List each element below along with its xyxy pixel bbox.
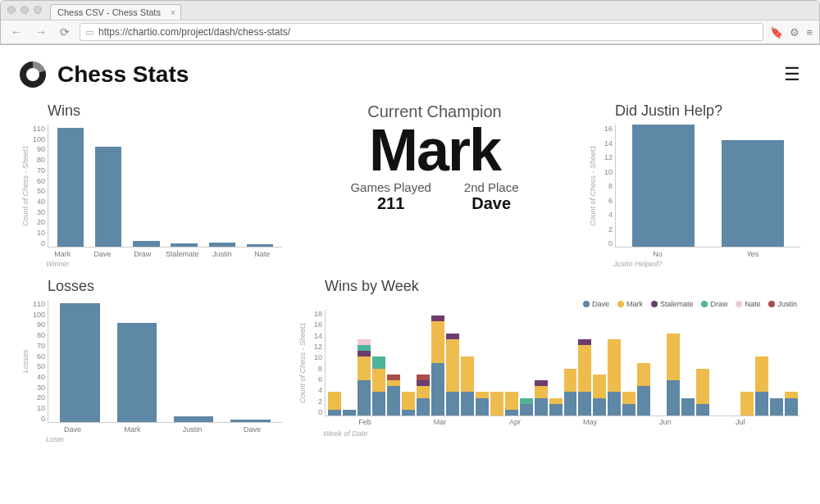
bar bbox=[174, 416, 213, 422]
stacked-bar bbox=[666, 310, 681, 415]
bar-segment bbox=[431, 321, 444, 362]
page-icon: ▭ bbox=[85, 27, 93, 38]
stacked-bar bbox=[725, 310, 740, 415]
bar-segment bbox=[549, 404, 563, 415]
bar-segment bbox=[637, 386, 650, 415]
window-close-button[interactable] bbox=[7, 6, 16, 14]
stacked-bar bbox=[534, 310, 549, 415]
legend: DaveMarkStalemateDrawNateJustin bbox=[297, 300, 800, 308]
legend-swatch bbox=[617, 301, 624, 307]
tab-bar: Chess CSV - Chess Stats × bbox=[1, 4, 819, 20]
settings-icon[interactable]: ⚙ bbox=[790, 26, 800, 39]
bar-segment bbox=[535, 380, 548, 386]
games-played-value: 211 bbox=[350, 194, 430, 213]
stacked-bar bbox=[651, 310, 666, 415]
tab-title: Chess CSV - Chess Stats bbox=[57, 7, 161, 17]
bar-segment bbox=[417, 380, 430, 386]
bar bbox=[133, 241, 159, 247]
reload-button[interactable]: ⟳ bbox=[57, 25, 73, 39]
legend-swatch bbox=[651, 301, 658, 307]
window-minimize-button[interactable] bbox=[20, 6, 29, 14]
y-axis-label: Losses bbox=[20, 300, 31, 423]
page-content: Chess Stats ☰ Wins Count of Chess - Shee… bbox=[0, 45, 820, 504]
browser-tab[interactable]: Chess CSV - Chess Stats × bbox=[50, 4, 181, 20]
legend-label: Dave bbox=[592, 300, 609, 308]
bar-segment bbox=[402, 392, 415, 410]
second-place-label: 2nd Place bbox=[464, 180, 519, 194]
stacked-bar bbox=[549, 310, 563, 415]
x-ticks: NoYes bbox=[587, 247, 800, 258]
bar bbox=[57, 128, 84, 247]
bar-segment bbox=[696, 404, 709, 415]
bar-segment bbox=[358, 356, 371, 380]
stacked-bar bbox=[563, 310, 578, 415]
bar-segment bbox=[667, 380, 680, 415]
stacked-bar bbox=[636, 310, 651, 415]
bar-segment bbox=[387, 375, 400, 380]
stacked-bar bbox=[386, 310, 401, 415]
legend-label: Nate bbox=[745, 300, 760, 308]
bar-segment bbox=[505, 410, 518, 415]
bar-segment bbox=[461, 392, 474, 415]
url-bar[interactable]: ▭ https://chartio.com/project/dash/chess… bbox=[80, 23, 763, 41]
bar-segment bbox=[490, 392, 503, 415]
browser-window: Chess CSV - Chess Stats × ← → ⟳ ▭ https:… bbox=[0, 0, 820, 45]
window-maximize-button[interactable] bbox=[34, 6, 42, 14]
legend-swatch bbox=[583, 301, 590, 307]
bar-segment bbox=[770, 398, 783, 416]
bar-segment bbox=[417, 398, 430, 416]
brand: Chess Stats bbox=[20, 61, 189, 88]
wins-by-week-chart: Wins by Week DaveMarkStalemateDrawNateJu… bbox=[297, 278, 800, 442]
bar-segment bbox=[608, 339, 621, 393]
losses-chart: Losses Losses 1101009080706050403020100 … bbox=[20, 278, 282, 442]
bar bbox=[60, 303, 99, 422]
x-ticks: MarkDaveDrawStalemateJustinNate bbox=[20, 247, 282, 258]
stacked-bar bbox=[695, 310, 710, 415]
bar-segment bbox=[637, 363, 650, 387]
url-text: https://chartio.com/project/dash/chess-s… bbox=[98, 26, 290, 38]
y-axis-label: Count of Chess - Sheet1 bbox=[587, 125, 599, 247]
x-axis-label: Winner bbox=[20, 260, 282, 268]
bar-segment bbox=[593, 398, 606, 416]
close-icon[interactable]: × bbox=[171, 8, 175, 17]
stacked-bar bbox=[504, 310, 519, 415]
forward-button[interactable]: → bbox=[32, 25, 50, 39]
chartio-logo-icon bbox=[20, 61, 46, 88]
bar-segment bbox=[755, 392, 768, 415]
bar-segment bbox=[505, 392, 518, 410]
legend-label: Stalemate bbox=[660, 300, 694, 308]
plot-area bbox=[325, 310, 800, 416]
stacked-bar bbox=[622, 310, 636, 415]
stacked-bar bbox=[607, 310, 622, 415]
bar-segment bbox=[343, 410, 356, 415]
champion-panel: Current Champion Mark Games Played 211 2… bbox=[297, 102, 572, 266]
x-axis-label: Week of Date bbox=[297, 429, 800, 438]
bar-segment bbox=[446, 339, 459, 393]
bar-segment bbox=[564, 369, 577, 393]
champion-name: Mark bbox=[297, 116, 572, 184]
bar-segment bbox=[328, 392, 341, 410]
bar-segment bbox=[431, 316, 444, 321]
plot-area bbox=[615, 125, 800, 247]
hamburger-menu-icon[interactable]: ☰ bbox=[784, 64, 800, 85]
y-ticks: 1614121086420 bbox=[599, 125, 615, 247]
bar-segment bbox=[372, 369, 385, 393]
back-button[interactable]: ← bbox=[7, 25, 25, 39]
bar-segment bbox=[564, 392, 577, 415]
legend-item: Justin bbox=[768, 300, 797, 308]
bar-segment bbox=[387, 380, 400, 386]
menu-icon[interactable]: ≡ bbox=[806, 26, 813, 39]
legend-swatch bbox=[768, 301, 775, 307]
chart-title: Did Justin Help? bbox=[587, 102, 800, 120]
chart-title: Losses bbox=[20, 278, 282, 295]
x-ticks: FebMarAprMayJunJul bbox=[320, 416, 800, 428]
bar-segment bbox=[520, 404, 533, 415]
stacked-bar bbox=[490, 310, 504, 415]
bookmark-icon[interactable]: 🔖 bbox=[770, 26, 783, 39]
bar bbox=[722, 140, 784, 247]
bar-segment bbox=[358, 351, 371, 356]
stacked-bar bbox=[475, 310, 490, 415]
stacked-bar bbox=[430, 310, 445, 415]
stacked-bar bbox=[754, 310, 769, 415]
plot-area bbox=[48, 300, 282, 423]
